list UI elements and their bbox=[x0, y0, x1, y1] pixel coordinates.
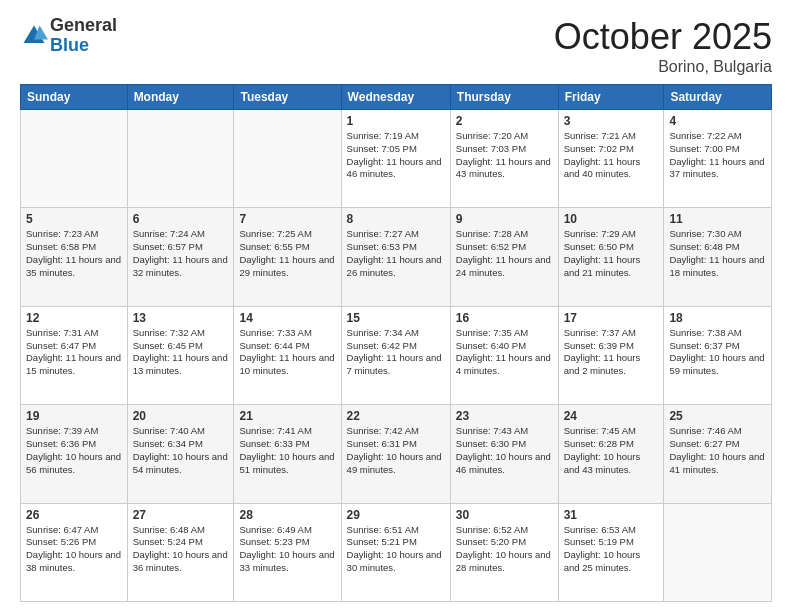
day-number: 25 bbox=[669, 409, 766, 423]
calendar-cell: 22Sunrise: 7:42 AM Sunset: 6:31 PM Dayli… bbox=[341, 405, 450, 503]
day-info: Sunrise: 7:38 AM Sunset: 6:37 PM Dayligh… bbox=[669, 327, 766, 378]
day-info: Sunrise: 7:29 AM Sunset: 6:50 PM Dayligh… bbox=[564, 228, 659, 279]
calendar: SundayMondayTuesdayWednesdayThursdayFrid… bbox=[20, 84, 772, 602]
calendar-cell: 2Sunrise: 7:20 AM Sunset: 7:03 PM Daylig… bbox=[450, 110, 558, 208]
day-info: Sunrise: 7:20 AM Sunset: 7:03 PM Dayligh… bbox=[456, 130, 553, 181]
day-info: Sunrise: 7:45 AM Sunset: 6:28 PM Dayligh… bbox=[564, 425, 659, 476]
day-number: 10 bbox=[564, 212, 659, 226]
calendar-header-sunday: Sunday bbox=[21, 85, 128, 110]
calendar-week-2: 5Sunrise: 7:23 AM Sunset: 6:58 PM Daylig… bbox=[21, 208, 772, 306]
day-number: 23 bbox=[456, 409, 553, 423]
day-number: 6 bbox=[133, 212, 229, 226]
day-info: Sunrise: 7:24 AM Sunset: 6:57 PM Dayligh… bbox=[133, 228, 229, 279]
header: General Blue October 2025 Borino, Bulgar… bbox=[20, 16, 772, 76]
calendar-header-row: SundayMondayTuesdayWednesdayThursdayFrid… bbox=[21, 85, 772, 110]
day-info: Sunrise: 7:25 AM Sunset: 6:55 PM Dayligh… bbox=[239, 228, 335, 279]
day-number: 9 bbox=[456, 212, 553, 226]
calendar-cell: 25Sunrise: 7:46 AM Sunset: 6:27 PM Dayli… bbox=[664, 405, 772, 503]
calendar-cell: 29Sunrise: 6:51 AM Sunset: 5:21 PM Dayli… bbox=[341, 503, 450, 601]
day-info: Sunrise: 7:31 AM Sunset: 6:47 PM Dayligh… bbox=[26, 327, 122, 378]
day-number: 1 bbox=[347, 114, 445, 128]
calendar-cell: 10Sunrise: 7:29 AM Sunset: 6:50 PM Dayli… bbox=[558, 208, 664, 306]
calendar-cell: 11Sunrise: 7:30 AM Sunset: 6:48 PM Dayli… bbox=[664, 208, 772, 306]
day-info: Sunrise: 7:37 AM Sunset: 6:39 PM Dayligh… bbox=[564, 327, 659, 378]
day-number: 21 bbox=[239, 409, 335, 423]
day-number: 28 bbox=[239, 508, 335, 522]
calendar-week-1: 1Sunrise: 7:19 AM Sunset: 7:05 PM Daylig… bbox=[21, 110, 772, 208]
day-number: 16 bbox=[456, 311, 553, 325]
day-info: Sunrise: 7:34 AM Sunset: 6:42 PM Dayligh… bbox=[347, 327, 445, 378]
location: Borino, Bulgaria bbox=[554, 58, 772, 76]
day-number: 18 bbox=[669, 311, 766, 325]
day-number: 19 bbox=[26, 409, 122, 423]
calendar-cell: 5Sunrise: 7:23 AM Sunset: 6:58 PM Daylig… bbox=[21, 208, 128, 306]
day-number: 8 bbox=[347, 212, 445, 226]
calendar-cell: 21Sunrise: 7:41 AM Sunset: 6:33 PM Dayli… bbox=[234, 405, 341, 503]
day-number: 20 bbox=[133, 409, 229, 423]
day-info: Sunrise: 7:22 AM Sunset: 7:00 PM Dayligh… bbox=[669, 130, 766, 181]
day-info: Sunrise: 6:48 AM Sunset: 5:24 PM Dayligh… bbox=[133, 524, 229, 575]
calendar-cell: 6Sunrise: 7:24 AM Sunset: 6:57 PM Daylig… bbox=[127, 208, 234, 306]
calendar-cell bbox=[234, 110, 341, 208]
day-info: Sunrise: 7:41 AM Sunset: 6:33 PM Dayligh… bbox=[239, 425, 335, 476]
calendar-cell: 16Sunrise: 7:35 AM Sunset: 6:40 PM Dayli… bbox=[450, 306, 558, 404]
day-info: Sunrise: 7:46 AM Sunset: 6:27 PM Dayligh… bbox=[669, 425, 766, 476]
calendar-cell: 9Sunrise: 7:28 AM Sunset: 6:52 PM Daylig… bbox=[450, 208, 558, 306]
day-info: Sunrise: 7:35 AM Sunset: 6:40 PM Dayligh… bbox=[456, 327, 553, 378]
day-number: 2 bbox=[456, 114, 553, 128]
calendar-cell: 24Sunrise: 7:45 AM Sunset: 6:28 PM Dayli… bbox=[558, 405, 664, 503]
calendar-header-friday: Friday bbox=[558, 85, 664, 110]
logo: General Blue bbox=[20, 16, 117, 56]
day-number: 17 bbox=[564, 311, 659, 325]
day-info: Sunrise: 7:21 AM Sunset: 7:02 PM Dayligh… bbox=[564, 130, 659, 181]
day-number: 11 bbox=[669, 212, 766, 226]
calendar-cell: 13Sunrise: 7:32 AM Sunset: 6:45 PM Dayli… bbox=[127, 306, 234, 404]
day-info: Sunrise: 6:49 AM Sunset: 5:23 PM Dayligh… bbox=[239, 524, 335, 575]
logo-general: General bbox=[50, 16, 117, 36]
logo-blue: Blue bbox=[50, 36, 117, 56]
calendar-header-saturday: Saturday bbox=[664, 85, 772, 110]
day-info: Sunrise: 6:47 AM Sunset: 5:26 PM Dayligh… bbox=[26, 524, 122, 575]
calendar-cell bbox=[21, 110, 128, 208]
day-info: Sunrise: 7:27 AM Sunset: 6:53 PM Dayligh… bbox=[347, 228, 445, 279]
day-number: 15 bbox=[347, 311, 445, 325]
calendar-cell: 27Sunrise: 6:48 AM Sunset: 5:24 PM Dayli… bbox=[127, 503, 234, 601]
day-number: 24 bbox=[564, 409, 659, 423]
calendar-cell: 17Sunrise: 7:37 AM Sunset: 6:39 PM Dayli… bbox=[558, 306, 664, 404]
day-info: Sunrise: 7:19 AM Sunset: 7:05 PM Dayligh… bbox=[347, 130, 445, 181]
calendar-cell: 20Sunrise: 7:40 AM Sunset: 6:34 PM Dayli… bbox=[127, 405, 234, 503]
calendar-cell: 7Sunrise: 7:25 AM Sunset: 6:55 PM Daylig… bbox=[234, 208, 341, 306]
day-number: 12 bbox=[26, 311, 122, 325]
day-info: Sunrise: 7:40 AM Sunset: 6:34 PM Dayligh… bbox=[133, 425, 229, 476]
month-title: October 2025 bbox=[554, 16, 772, 58]
day-number: 22 bbox=[347, 409, 445, 423]
calendar-cell: 23Sunrise: 7:43 AM Sunset: 6:30 PM Dayli… bbox=[450, 405, 558, 503]
day-info: Sunrise: 7:39 AM Sunset: 6:36 PM Dayligh… bbox=[26, 425, 122, 476]
day-info: Sunrise: 7:42 AM Sunset: 6:31 PM Dayligh… bbox=[347, 425, 445, 476]
logo-text: General Blue bbox=[50, 16, 117, 56]
calendar-week-4: 19Sunrise: 7:39 AM Sunset: 6:36 PM Dayli… bbox=[21, 405, 772, 503]
calendar-cell bbox=[664, 503, 772, 601]
calendar-cell: 19Sunrise: 7:39 AM Sunset: 6:36 PM Dayli… bbox=[21, 405, 128, 503]
day-number: 4 bbox=[669, 114, 766, 128]
calendar-cell: 12Sunrise: 7:31 AM Sunset: 6:47 PM Dayli… bbox=[21, 306, 128, 404]
calendar-cell: 8Sunrise: 7:27 AM Sunset: 6:53 PM Daylig… bbox=[341, 208, 450, 306]
day-info: Sunrise: 7:33 AM Sunset: 6:44 PM Dayligh… bbox=[239, 327, 335, 378]
day-info: Sunrise: 7:43 AM Sunset: 6:30 PM Dayligh… bbox=[456, 425, 553, 476]
day-number: 31 bbox=[564, 508, 659, 522]
day-info: Sunrise: 6:53 AM Sunset: 5:19 PM Dayligh… bbox=[564, 524, 659, 575]
calendar-header-monday: Monday bbox=[127, 85, 234, 110]
calendar-cell bbox=[127, 110, 234, 208]
calendar-cell: 28Sunrise: 6:49 AM Sunset: 5:23 PM Dayli… bbox=[234, 503, 341, 601]
day-info: Sunrise: 6:52 AM Sunset: 5:20 PM Dayligh… bbox=[456, 524, 553, 575]
page: General Blue October 2025 Borino, Bulgar… bbox=[0, 0, 792, 612]
day-info: Sunrise: 7:30 AM Sunset: 6:48 PM Dayligh… bbox=[669, 228, 766, 279]
day-info: Sunrise: 6:51 AM Sunset: 5:21 PM Dayligh… bbox=[347, 524, 445, 575]
calendar-header-thursday: Thursday bbox=[450, 85, 558, 110]
calendar-cell: 26Sunrise: 6:47 AM Sunset: 5:26 PM Dayli… bbox=[21, 503, 128, 601]
day-info: Sunrise: 7:23 AM Sunset: 6:58 PM Dayligh… bbox=[26, 228, 122, 279]
calendar-cell: 3Sunrise: 7:21 AM Sunset: 7:02 PM Daylig… bbox=[558, 110, 664, 208]
calendar-header-wednesday: Wednesday bbox=[341, 85, 450, 110]
calendar-header-tuesday: Tuesday bbox=[234, 85, 341, 110]
calendar-week-3: 12Sunrise: 7:31 AM Sunset: 6:47 PM Dayli… bbox=[21, 306, 772, 404]
